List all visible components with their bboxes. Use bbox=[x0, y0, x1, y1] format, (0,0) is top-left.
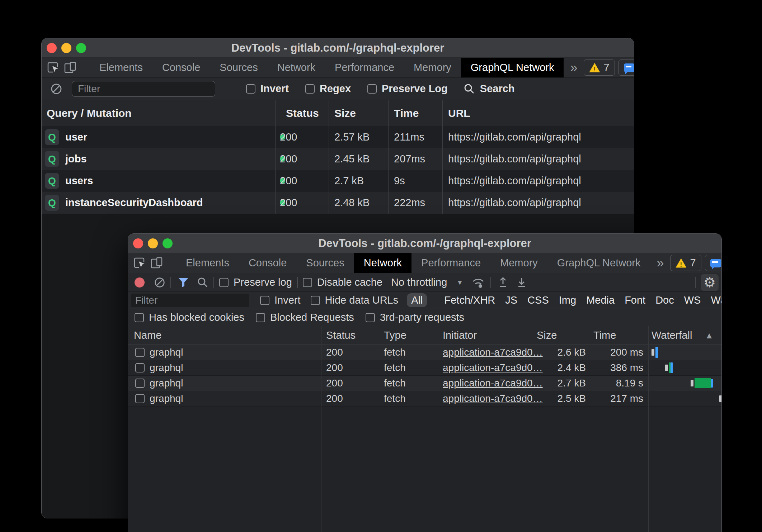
request-row[interactable]: graphql 200 fetch application-a7ca9d0… 2… bbox=[128, 391, 721, 407]
checkbox-box[interactable] bbox=[367, 84, 377, 94]
device-toolbar-icon[interactable] bbox=[150, 255, 163, 271]
clear-icon[interactable] bbox=[154, 277, 165, 288]
clear-icon[interactable] bbox=[50, 83, 62, 95]
graphql-row-users[interactable]: Q users 200 2.7 kB 9s https://gitlab.com… bbox=[42, 170, 634, 192]
inspect-element-icon[interactable] bbox=[134, 255, 146, 271]
sort-ascending-icon[interactable]: ▲ bbox=[705, 326, 714, 345]
minimize-button[interactable] bbox=[61, 43, 71, 53]
hide-data-urls-checkbox[interactable]: Hide data URLs bbox=[311, 294, 399, 306]
invert-checkbox[interactable]: Invert bbox=[260, 294, 301, 306]
column-type[interactable]: Type bbox=[384, 326, 406, 345]
tab-graphql-network[interactable]: GraphQL Network bbox=[461, 58, 564, 77]
invert-checkbox[interactable]: Invert bbox=[246, 83, 289, 95]
blocked-requests-checkbox[interactable]: Blocked Requests bbox=[256, 312, 354, 323]
minimize-button[interactable] bbox=[148, 238, 158, 248]
column-initiator[interactable]: Initiator bbox=[443, 326, 477, 345]
tab-elements[interactable]: Elements bbox=[90, 58, 152, 77]
checkbox-box[interactable] bbox=[303, 278, 312, 287]
column-divider[interactable] bbox=[438, 326, 438, 532]
request-row[interactable]: graphql 200 fetch application-a7ca9d0… 2… bbox=[128, 360, 721, 376]
tab-performance[interactable]: Performance bbox=[411, 253, 490, 273]
initiator-link[interactable]: application-a7ca9d0… bbox=[443, 345, 543, 360]
row-checkbox[interactable] bbox=[135, 345, 145, 360]
column-divider[interactable] bbox=[591, 326, 591, 532]
disable-cache-checkbox[interactable]: Disable cache bbox=[303, 276, 382, 288]
checkbox-box[interactable] bbox=[219, 278, 229, 287]
initiator-link[interactable]: application-a7ca9d0… bbox=[443, 376, 543, 391]
checkbox-box[interactable] bbox=[311, 296, 320, 305]
tab-sources[interactable]: Sources bbox=[210, 58, 267, 77]
third-party-requests-checkbox[interactable]: 3rd-party requests bbox=[366, 312, 464, 323]
row-checkbox[interactable] bbox=[135, 391, 145, 406]
column-divider[interactable] bbox=[379, 326, 379, 532]
throttling-dropdown[interactable]: No throttling ▾ bbox=[391, 276, 462, 288]
row-checkbox[interactable] bbox=[135, 360, 145, 375]
checkbox-box[interactable] bbox=[305, 84, 315, 94]
graphql-filter-input[interactable] bbox=[72, 81, 215, 97]
record-button[interactable] bbox=[135, 277, 145, 288]
checkbox-box[interactable] bbox=[366, 313, 375, 322]
tab-sources[interactable]: Sources bbox=[296, 253, 354, 273]
column-name[interactable]: Name bbox=[134, 326, 161, 345]
filter-chip-ws[interactable]: WS bbox=[684, 294, 701, 306]
column-status[interactable]: Status bbox=[326, 326, 356, 345]
tab-performance[interactable]: Performance bbox=[325, 58, 404, 77]
network-settings-button[interactable]: ⚙ bbox=[701, 274, 719, 291]
checkbox-box[interactable] bbox=[246, 84, 255, 94]
column-size[interactable]: Size bbox=[537, 326, 557, 345]
column-divider[interactable] bbox=[321, 326, 321, 532]
column-time[interactable]: Time bbox=[593, 326, 616, 345]
initiator-link[interactable]: application-a7ca9d0… bbox=[443, 360, 543, 375]
filter-funnel-icon[interactable] bbox=[178, 277, 189, 288]
filter-chip-all[interactable]: All bbox=[407, 293, 427, 307]
search-icon[interactable] bbox=[197, 277, 208, 288]
back-titlebar[interactable]: DevTools - gitlab.com/-/graphql-explorer bbox=[42, 38, 634, 58]
preserve-log-checkbox[interactable]: Preserve log bbox=[219, 276, 292, 288]
close-button[interactable] bbox=[133, 238, 143, 248]
filter-chip-js[interactable]: JS bbox=[505, 294, 517, 306]
warnings-badge[interactable]: 7 bbox=[584, 60, 615, 76]
column-waterfall[interactable]: Waterfall bbox=[652, 326, 692, 345]
column-divider[interactable] bbox=[533, 326, 533, 532]
export-har-icon[interactable] bbox=[516, 276, 527, 289]
checkbox-box[interactable] bbox=[256, 313, 265, 322]
issues-badge[interactable]: 1 bbox=[705, 255, 722, 271]
filter-chip-media[interactable]: Media bbox=[586, 294, 615, 306]
filter-chip-css[interactable]: CSS bbox=[527, 294, 549, 306]
filter-chip-wasm[interactable]: Wasm bbox=[711, 294, 722, 306]
has-blocked-cookies-checkbox[interactable]: Has blocked cookies bbox=[135, 312, 244, 323]
column-divider[interactable] bbox=[648, 326, 649, 532]
preserve-log-checkbox[interactable]: Preserve Log bbox=[367, 83, 448, 95]
filter-chip-fetch-xhr[interactable]: Fetch/XHR bbox=[444, 294, 495, 306]
tab-graphql-network[interactable]: GraphQL Network bbox=[547, 253, 650, 273]
graphql-row-jobs[interactable]: Q jobs 200 2.45 kB 207ms https://gitlab.… bbox=[42, 148, 634, 170]
request-row[interactable]: graphql 200 fetch application-a7ca9d0… 2… bbox=[128, 376, 721, 391]
inspect-element-icon[interactable] bbox=[47, 60, 60, 76]
issues-badge[interactable]: 1 bbox=[618, 60, 634, 76]
more-tabs-icon[interactable]: » bbox=[650, 256, 670, 271]
network-filter-input[interactable] bbox=[131, 294, 249, 307]
graphql-row-instance-security-dashboard[interactable]: Q instanceSecurityDashboard 200 2.48 kB … bbox=[42, 192, 634, 214]
tab-network[interactable]: Network bbox=[268, 58, 325, 77]
network-conditions-icon[interactable] bbox=[471, 276, 485, 289]
tab-network[interactable]: Network bbox=[354, 253, 411, 273]
filter-chip-font[interactable]: Font bbox=[625, 294, 645, 306]
request-row[interactable]: graphql 200 fetch application-a7ca9d0… 2… bbox=[128, 345, 721, 360]
tab-memory[interactable]: Memory bbox=[490, 253, 547, 273]
close-button[interactable] bbox=[47, 43, 57, 53]
more-tabs-icon[interactable]: » bbox=[564, 60, 584, 75]
warnings-badge[interactable]: 7 bbox=[670, 255, 701, 271]
graphql-row-user[interactable]: Q user 200 2.57 kB 211ms https://gitlab.… bbox=[42, 126, 634, 148]
device-toolbar-icon[interactable] bbox=[64, 60, 77, 76]
tab-memory[interactable]: Memory bbox=[404, 58, 461, 77]
row-checkbox[interactable] bbox=[135, 376, 145, 391]
zoom-button[interactable] bbox=[163, 238, 173, 248]
filter-chip-img[interactable]: Img bbox=[559, 294, 576, 306]
zoom-button[interactable] bbox=[76, 43, 86, 53]
checkbox-box[interactable] bbox=[135, 313, 144, 322]
tab-console[interactable]: Console bbox=[152, 58, 210, 77]
tab-console[interactable]: Console bbox=[239, 253, 296, 273]
regex-checkbox[interactable]: Regex bbox=[305, 83, 351, 95]
import-har-icon[interactable] bbox=[498, 276, 508, 289]
search-button[interactable]: Search bbox=[464, 83, 515, 95]
